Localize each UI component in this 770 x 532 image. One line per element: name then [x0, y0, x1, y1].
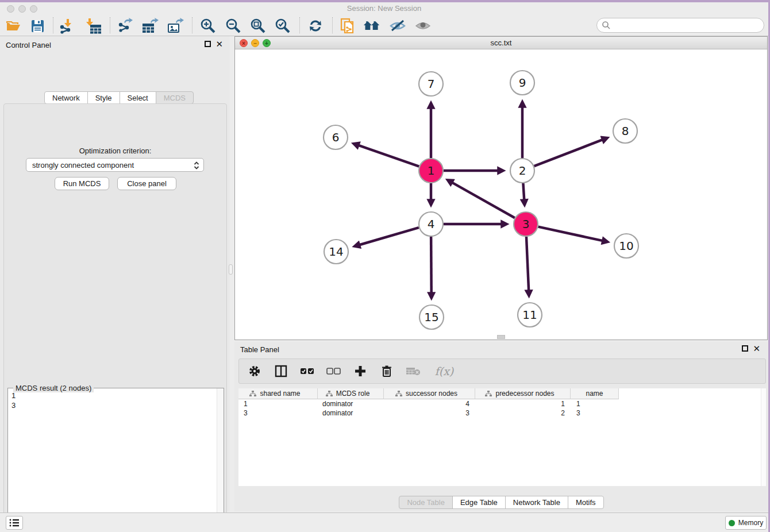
toolbar-separator: [192, 17, 192, 33]
toolbar-separator: [110, 17, 110, 33]
deselect-all-icon[interactable]: [326, 364, 341, 379]
network-window-titlebar[interactable]: × – + scc.txt: [235, 37, 767, 49]
graph-node-label-6: 6: [332, 130, 340, 144]
table-panel-title: Table Panel: [240, 345, 279, 354]
table-row[interactable]: 3 dominator 3 2 3: [238, 408, 766, 418]
graph-edge-2-3[interactable]: [523, 183, 524, 199]
column-header-shared-name[interactable]: shared name: [238, 388, 318, 399]
export-network-icon[interactable]: [117, 17, 134, 34]
zoom-in-icon[interactable]: [199, 17, 217, 34]
hierarchy-icon: [326, 391, 333, 396]
gear-icon[interactable]: [247, 364, 262, 379]
delete-icon[interactable]: [379, 364, 394, 379]
network-window-title: scc.txt: [235, 38, 767, 47]
show-all-icon[interactable]: [414, 17, 432, 34]
zoom-selected-icon[interactable]: [274, 17, 291, 34]
graph-edge-4-15[interactable]: [431, 237, 432, 292]
main-toolbar: [0, 15, 768, 36]
graph-edge-3-11[interactable]: [526, 237, 529, 290]
select-all-icon[interactable]: [300, 364, 315, 379]
close-table-panel-icon[interactable]: ✕: [753, 345, 760, 352]
tab-network-table[interactable]: Network Table: [505, 496, 568, 509]
network-graph[interactable]: 7968124314101511: [235, 49, 767, 340]
open-session-icon[interactable]: [5, 17, 22, 34]
columns-icon[interactable]: [274, 364, 288, 379]
function-builder-icon[interactable]: f(x): [432, 364, 456, 379]
panel-splitter-handle[interactable]: [229, 264, 233, 275]
application-window: Session: New Session: [0, 0, 770, 532]
close-panel-button[interactable]: Close panel: [117, 177, 176, 190]
graph-node-label-3: 3: [522, 217, 530, 231]
app-title: Session: New Session: [0, 4, 768, 13]
optimization-criterion-label: Optimization criterion:: [4, 147, 226, 155]
memory-status-icon: [729, 520, 735, 526]
toolbar-separator: [53, 17, 53, 33]
tab-motifs[interactable]: Motifs: [568, 496, 604, 509]
tab-style[interactable]: Style: [87, 91, 120, 104]
float-table-panel-icon[interactable]: [742, 345, 748, 352]
chevron-updown-icon: [194, 161, 199, 170]
tab-mcds[interactable]: MCDS: [156, 91, 194, 104]
hierarchy-icon: [485, 391, 492, 396]
export-image-icon[interactable]: [167, 17, 184, 34]
result-scrollbar[interactable]: [217, 388, 224, 532]
status-bar: Memory: [0, 512, 768, 532]
save-session-icon[interactable]: [29, 17, 46, 34]
graph-node-label-9: 9: [519, 76, 526, 90]
graph-edge-3-1[interactable]: [452, 183, 514, 218]
tab-select[interactable]: Select: [120, 91, 156, 104]
network-resize-grip[interactable]: [497, 335, 505, 339]
optimization-criterion-select[interactable]: strongly connected component: [26, 158, 204, 172]
graph-edge-3-10[interactable]: [538, 227, 602, 241]
tab-node-table[interactable]: Node Table: [399, 496, 453, 509]
table-row[interactable]: 1 dominator 4 1 1: [238, 399, 766, 408]
neighbors-icon[interactable]: [363, 17, 380, 34]
zoom-fit-icon[interactable]: [249, 17, 267, 34]
graph-node-label-7: 7: [428, 77, 435, 91]
control-panel: Control Panel ✕ Network Style Select MCD…: [0, 36, 230, 511]
tab-edge-table[interactable]: Edge Table: [452, 496, 506, 509]
clone-network-icon[interactable]: [339, 17, 356, 34]
graph-edge-4-14[interactable]: [360, 228, 419, 245]
search-input[interactable]: [596, 18, 764, 33]
import-network-icon[interactable]: [59, 17, 76, 34]
app-titlebar[interactable]: Session: New Session: [0, 2, 768, 15]
column-header-name[interactable]: name: [571, 388, 619, 399]
hide-selected-icon[interactable]: [389, 17, 406, 34]
memory-button[interactable]: Memory: [725, 516, 767, 530]
task-history-button[interactable]: [6, 516, 23, 530]
close-panel-icon[interactable]: ✕: [215, 41, 223, 47]
node-table[interactable]: shared name MCDS role successor nodes pr…: [238, 388, 766, 486]
graph-node-label-8: 8: [622, 124, 629, 138]
search-icon: [602, 21, 611, 30]
table-scrollbar[interactable]: [761, 388, 766, 486]
column-header-successor-nodes[interactable]: successor nodes: [384, 388, 475, 399]
tab-network[interactable]: Network: [44, 91, 88, 104]
column-header-mcds-role[interactable]: MCDS role: [318, 388, 384, 399]
graph-edge-2-8[interactable]: [534, 140, 602, 166]
float-panel-icon[interactable]: [205, 41, 211, 47]
import-table-icon[interactable]: [85, 17, 102, 34]
table-panel: Table Panel ✕: [234, 342, 768, 511]
network-canvas[interactable]: 7968124314101511: [235, 49, 767, 340]
graph-node-label-2: 2: [519, 164, 526, 178]
delete-table-icon[interactable]: [406, 364, 421, 379]
add-icon[interactable]: [353, 364, 368, 379]
table-header-row: shared name MCDS role successor nodes pr…: [238, 388, 766, 399]
graph-edge-1-6[interactable]: [359, 145, 419, 167]
graph-node-label-1: 1: [428, 164, 435, 178]
mcds-tab-content: Optimization criterion: strongly connect…: [3, 103, 227, 532]
task-list-icon: [9, 518, 20, 527]
column-header-predecessor-nodes[interactable]: predecessor nodes: [475, 388, 571, 399]
refresh-layout-icon[interactable]: [307, 17, 324, 34]
network-view-window: × – + scc.txt 7968124314101511: [234, 36, 768, 340]
export-table-icon[interactable]: [141, 17, 159, 34]
run-mcds-button[interactable]: Run MCDS: [55, 177, 109, 190]
control-panel-tabbar: Network Style Select MCDS: [44, 91, 194, 104]
mcds-result-box[interactable]: 1 3: [7, 388, 224, 532]
zoom-out-icon[interactable]: [225, 17, 242, 34]
graph-node-label-15: 15: [424, 310, 438, 324]
toolbar-separator: [299, 17, 300, 33]
hierarchy-icon: [249, 391, 256, 396]
table-tabbar: Node Table Edge Table Network Table Moti…: [234, 496, 768, 509]
